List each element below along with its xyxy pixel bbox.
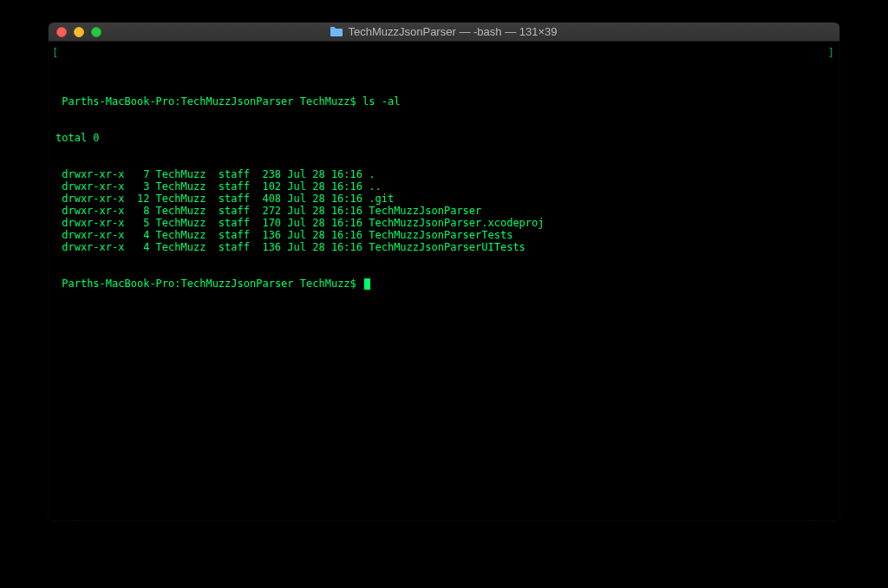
terminal-body[interactable]: [ ] Parths-MacBook-Pro:TechMuzzJsonParse… (49, 42, 839, 520)
terminal-window: TechMuzzJsonParser — -bash — 131×39 [ ] … (49, 23, 839, 520)
maximize-button[interactable] (91, 27, 101, 37)
prompt-line: Parths-MacBook-Pro:TechMuzzJsonParser Te… (56, 95, 832, 108)
file-listing: drwxr-xr-x 7 TechMuzz staff 238 Jul 28 1… (56, 168, 832, 253)
list-item: drwxr-xr-x 12 TechMuzz staff 408 Jul 28 … (56, 193, 832, 205)
cursor (364, 278, 370, 290)
titlebar[interactable]: TechMuzzJsonParser — -bash — 131×39 (49, 23, 839, 42)
traffic-lights (49, 27, 101, 37)
bracket-decoration: [ (52, 47, 58, 59)
close-button[interactable] (56, 27, 67, 37)
total-line: total 0 (56, 132, 832, 144)
command-text: ls -al (362, 95, 400, 108)
list-item: drwxr-xr-x 7 TechMuzz staff 238 Jul 28 1… (56, 168, 832, 180)
prompt-line: Parths-MacBook-Pro:TechMuzzJsonParser Te… (56, 278, 832, 290)
list-item: drwxr-xr-x 8 TechMuzz staff 272 Jul 28 1… (56, 205, 832, 217)
title-text: TechMuzzJsonParser — -bash — 131×39 (348, 25, 557, 38)
list-item: drwxr-xr-x 3 TechMuzz staff 102 Jul 28 1… (56, 180, 832, 193)
list-item: drwxr-xr-x 5 TechMuzz staff 170 Jul 28 1… (56, 217, 832, 229)
list-item: drwxr-xr-x 4 TechMuzz staff 136 Jul 28 1… (56, 241, 832, 253)
bracket-decoration: ] (828, 47, 834, 59)
folder-icon (330, 27, 343, 36)
list-item: drwxr-xr-x 4 TechMuzz staff 136 Jul 28 1… (56, 229, 832, 241)
minimize-button[interactable] (74, 27, 84, 37)
window-title: TechMuzzJsonParser — -bash — 131×39 (49, 25, 839, 38)
